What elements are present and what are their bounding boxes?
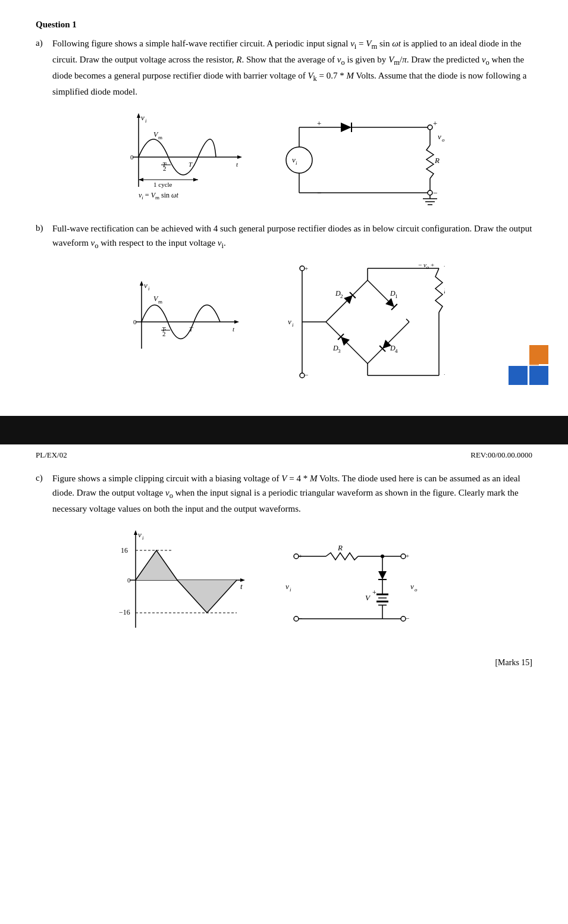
svg-text:vi = Vm sin ωt: vi = Vm sin ωt	[139, 191, 178, 201]
svg-text:m: m	[158, 299, 162, 305]
halfwave-circuit-svg: R v i + −	[281, 109, 448, 211]
svg-text:3: 3	[338, 348, 341, 354]
svg-text:i: i	[290, 587, 291, 593]
svg-text:i: i	[292, 322, 294, 328]
svg-line-71	[347, 280, 368, 301]
svg-text:2: 2	[162, 330, 166, 337]
svg-text:− vo +: − vo +	[418, 262, 434, 270]
svg-text:R: R	[434, 156, 440, 165]
svg-text:0: 0	[130, 154, 134, 161]
question-title: Question 1	[36, 18, 532, 32]
page-footer: PL/EX/02 REV:00/00.00.0000	[0, 444, 568, 466]
svg-text:v: v	[144, 281, 148, 290]
svg-text:+: +	[444, 262, 445, 270]
svg-line-74	[347, 343, 368, 364]
part-a-figures: v i V m T 2 T t 0	[36, 109, 532, 211]
svg-text:−16: −16	[119, 608, 130, 616]
svg-marker-112	[134, 530, 137, 535]
svg-text:o: o	[442, 137, 445, 143]
svg-text:v: v	[138, 530, 142, 539]
svg-text:v: v	[410, 582, 414, 591]
svg-text:v: v	[141, 113, 145, 122]
svg-text:v: v	[285, 582, 289, 591]
part-c-figures: v i t 0 16 −16	[36, 527, 532, 646]
svg-rect-108	[509, 366, 528, 385]
svg-line-77	[326, 322, 347, 343]
svg-point-153	[401, 616, 406, 621]
svg-text:i: i	[145, 118, 147, 124]
svg-point-33	[286, 147, 312, 173]
part-b-figures: v i V m T 2 T t 0	[36, 262, 532, 387]
svg-marker-16	[139, 178, 143, 181]
svg-marker-3	[237, 155, 242, 159]
svg-text:+: +	[433, 119, 437, 128]
svg-text:R: R	[443, 286, 445, 295]
triangular-waveform-svg: v i t 0 16 −16	[118, 527, 249, 646]
marks-label: [Marks 15]	[36, 656, 532, 669]
svg-text:V: V	[365, 593, 371, 602]
svg-text:16: 16	[121, 546, 128, 555]
svg-line-83	[388, 322, 409, 343]
logo-squares	[509, 345, 550, 387]
fullwave-waveform-svg: v i V m T 2 T t 0	[124, 277, 243, 372]
svg-marker-1	[137, 113, 140, 118]
svg-text:t: t	[236, 161, 239, 168]
svg-text:R: R	[337, 543, 343, 552]
part-a-waveform: v i V m T 2 T t 0	[121, 109, 246, 211]
svg-text:v: v	[438, 132, 441, 141]
page-separator	[0, 416, 568, 444]
waveform-svg: v i V m T 2 T t 0	[121, 109, 246, 211]
svg-text:2: 2	[163, 165, 167, 172]
svg-text:i: i	[296, 160, 297, 166]
svg-text:−: −	[305, 371, 308, 378]
svg-text:−: −	[317, 189, 321, 198]
svg-text:i: i	[142, 535, 144, 541]
part-c-label: c)	[36, 471, 52, 485]
part-b-text: Full-wave rectification can be achieved …	[52, 221, 532, 252]
svg-text:i: i	[148, 286, 150, 292]
part-c-text: Figure shows a simple clipping circuit w…	[52, 471, 532, 516]
part-a-circuit: R v i + −	[281, 109, 448, 211]
svg-point-45	[428, 190, 432, 195]
svg-text:0: 0	[133, 318, 137, 325]
svg-text:+: +	[299, 552, 302, 559]
part-a-label: a)	[36, 36, 52, 50]
svg-marker-130	[378, 571, 387, 580]
svg-line-62	[406, 319, 409, 322]
svg-point-145	[294, 616, 299, 621]
svg-text:−: −	[406, 615, 409, 622]
part-a-text: Following figure shows a simple half-wav…	[52, 36, 532, 99]
svg-text:T: T	[189, 161, 193, 168]
part-c-circuit: R	[284, 527, 451, 646]
svg-text:1 cycle: 1 cycle	[153, 181, 172, 188]
svg-text:−: −	[433, 189, 437, 198]
svg-text:o: o	[415, 587, 418, 593]
svg-text:2: 2	[340, 293, 343, 299]
clipping-circuit-svg: R	[284, 527, 451, 646]
svg-rect-109	[529, 366, 548, 385]
bridge-circuit-svg: D 1 D 2	[278, 262, 445, 387]
svg-point-103	[300, 266, 305, 271]
svg-marker-123	[136, 550, 177, 580]
svg-marker-47	[140, 281, 143, 286]
part-b-circuit: D 1 D 2	[278, 262, 445, 387]
svg-text:0: 0	[127, 577, 131, 584]
footer-left: PL/EX/02	[36, 449, 67, 461]
svg-point-144	[294, 554, 299, 559]
svg-point-104	[300, 373, 305, 378]
svg-text:4: 4	[395, 348, 398, 354]
svg-marker-124	[177, 580, 237, 613]
svg-text:1: 1	[395, 293, 398, 299]
svg-text:t: t	[233, 325, 235, 333]
svg-text:m: m	[158, 134, 162, 140]
svg-text:+: +	[317, 119, 321, 128]
svg-text:+: +	[406, 552, 409, 559]
svg-text:−: −	[444, 371, 445, 378]
svg-line-61	[368, 280, 388, 301]
svg-line-68	[326, 301, 347, 322]
svg-text:v: v	[288, 317, 291, 326]
svg-rect-110	[529, 356, 539, 365]
svg-marker-17	[193, 178, 198, 181]
part-c-waveform: v i t 0 16 −16	[118, 527, 249, 646]
footer-right: REV:00/00.00.0000	[470, 449, 532, 461]
